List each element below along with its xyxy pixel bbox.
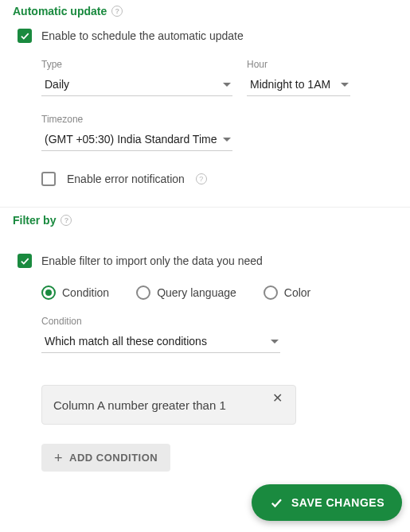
timezone-value: (GMT +05:30) India Standard Time — [45, 133, 217, 146]
filter-title-text: Filter by — [13, 214, 56, 227]
condition-field: Condition Which match all these conditio… — [41, 316, 280, 353]
chevron-down-icon — [223, 83, 231, 87]
enable-auto-update-label: Enable to schedule the automatic update — [41, 29, 244, 42]
enable-auto-update-checkbox[interactable] — [18, 29, 32, 43]
error-notification-checkbox[interactable] — [41, 172, 56, 186]
save-changes-label: SAVE CHANGES — [291, 496, 385, 509]
filter-type-radio-group: Condition Query language Color — [41, 285, 397, 300]
add-condition-button[interactable]: + ADD CONDITION — [41, 444, 170, 472]
chevron-down-icon — [223, 138, 231, 142]
save-changes-button[interactable]: SAVE CHANGES — [252, 484, 402, 521]
error-notification-row: Enable error notification ? — [41, 172, 397, 186]
radio-color-label: Color — [284, 286, 310, 299]
enable-filter-checkbox[interactable] — [18, 254, 32, 268]
chevron-down-icon — [271, 340, 279, 344]
condition-chip: Column A number greater than 1 ✕ — [41, 385, 296, 425]
radio-color[interactable]: Color — [264, 285, 310, 300]
radio-condition[interactable]: Condition — [41, 285, 109, 300]
type-value: Daily — [45, 78, 69, 91]
add-condition-label: ADD CONDITION — [69, 452, 158, 464]
automatic-update-title-text: Automatic update — [13, 5, 107, 17]
timezone-field: Timezone (GMT +05:30) India Standard Tim… — [41, 114, 232, 151]
condition-select[interactable]: Which match all these conditions — [41, 330, 280, 353]
type-select[interactable]: Daily — [41, 73, 232, 96]
radio-icon — [136, 285, 150, 300]
radio-query-language[interactable]: Query language — [136, 285, 236, 300]
help-icon[interactable]: ? — [111, 6, 123, 17]
radio-query-label: Query language — [157, 286, 236, 299]
timezone-select[interactable]: (GMT +05:30) India Standard Time — [41, 128, 232, 151]
filter-section: Filter by ? Enable filter to import only… — [0, 208, 410, 486]
automatic-update-title: Automatic update ? — [13, 5, 397, 17]
close-icon[interactable]: ✕ — [271, 390, 284, 406]
help-icon[interactable]: ? — [61, 215, 72, 226]
radio-icon — [264, 285, 278, 300]
timezone-label: Timezone — [41, 114, 232, 125]
enable-filter-label: Enable filter to import only the data yo… — [41, 254, 263, 267]
type-field: Type Daily — [41, 59, 232, 96]
chevron-down-icon — [341, 83, 349, 87]
type-label: Type — [41, 59, 232, 70]
help-icon[interactable]: ? — [196, 173, 207, 184]
radio-condition-label: Condition — [62, 286, 109, 299]
hour-select[interactable]: Midnight to 1AM — [247, 73, 350, 96]
hour-value: Midnight to 1AM — [250, 78, 330, 91]
hour-field: Hour Midnight to 1AM — [247, 59, 350, 96]
automatic-update-section: Automatic update ? Enable to schedule th… — [0, 0, 410, 208]
hour-label: Hour — [247, 59, 350, 70]
radio-icon — [41, 285, 56, 300]
condition-label: Condition — [41, 316, 280, 327]
condition-value: Which match all these conditions — [45, 335, 207, 348]
condition-chip-text: Column A number greater than 1 — [53, 398, 226, 412]
enable-filter-row: Enable filter to import only the data yo… — [18, 254, 397, 268]
enable-auto-update-row: Enable to schedule the automatic update — [18, 29, 397, 43]
check-icon — [269, 495, 283, 510]
error-notification-label: Enable error notification — [67, 173, 185, 185]
filter-title: Filter by ? — [13, 214, 397, 227]
